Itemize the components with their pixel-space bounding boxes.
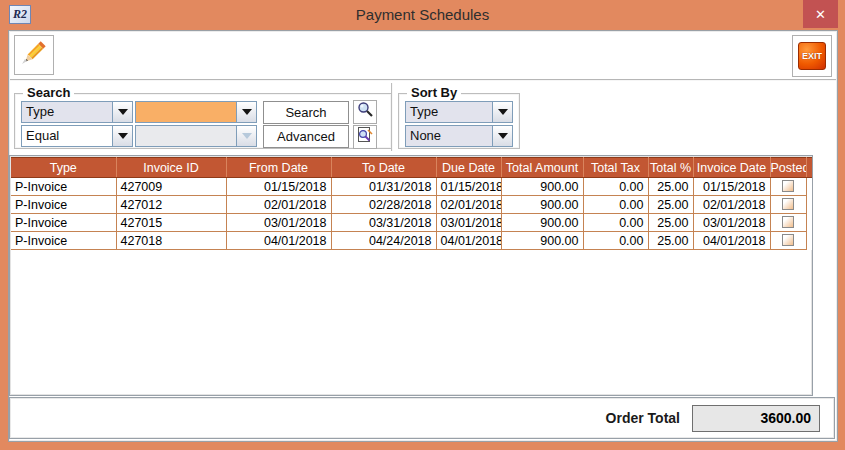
cell-posted [770,214,806,232]
cell-to-date: 04/24/2018 [331,232,436,250]
window-title: Payment Schedules [0,6,845,23]
chevron-down-icon[interactable] [112,102,132,122]
cell-total-percent: 25.00 [648,196,693,214]
cell-total-amount: 900.00 [501,214,583,232]
cell-due-date: 02/01/2018 [436,196,501,214]
posted-checkbox[interactable] [782,198,794,210]
cell-invoice-id: 427012 [116,196,226,214]
cell-total-percent: 25.00 [648,214,693,232]
col-header-to-date[interactable]: To Date [331,158,436,178]
search-value2-combo [135,125,257,147]
advanced-search-icon-button[interactable] [353,125,377,149]
sort-by-groupbox: Sort By Type None [398,93,520,149]
search-value-input[interactable] [136,102,236,122]
col-header-invoice-id[interactable]: Invoice ID [116,158,226,178]
content-area: EXIT Search Type Search [8,30,838,442]
posted-checkbox[interactable] [782,216,794,228]
search-icon-button[interactable] [353,100,377,124]
cell-type: P-Invoice [11,196,116,214]
cell-invoice-date: 03/01/2018 [693,214,770,232]
cell-invoice-id: 427009 [116,178,226,196]
cell-due-date: 01/15/2018 [436,178,501,196]
cell-from-date: 01/15/2018 [226,178,331,196]
search-operator-combo[interactable]: Equal [21,125,133,147]
chevron-down-icon[interactable] [112,126,132,146]
sort-secondary-value: None [406,126,492,146]
title-bar: R2 Payment Schedules ✕ [0,0,845,30]
posted-checkbox[interactable] [782,234,794,246]
cell-total-amount: 900.00 [501,232,583,250]
cell-total-amount: 900.00 [501,178,583,196]
search-field-value: Type [22,102,112,122]
sort-primary-combo[interactable]: Type [405,101,513,123]
filter-row: Search Type Search [10,81,836,153]
cell-total-amount: 900.00 [501,196,583,214]
filter-separator [391,83,393,151]
cell-total-tax: 0.00 [583,178,648,196]
cell-total-tax: 0.00 [583,232,648,250]
cell-type: P-Invoice [11,232,116,250]
schedule-table-panel: Type Invoice ID From Date To Date Due Da… [9,155,813,396]
cell-due-date: 03/01/2018 [436,214,501,232]
exit-icon: EXIT [798,42,826,70]
cell-invoice-id: 427018 [116,232,226,250]
table-row[interactable]: P-Invoice 427012 02/01/2018 02/28/2018 0… [11,196,812,214]
col-header-invoice-date[interactable]: Invoice Date [693,158,770,178]
col-header-type[interactable]: Type [11,158,116,178]
search-groupbox: Search Type Search [14,93,392,149]
order-total-label: Order Total [606,410,680,426]
search-field-combo[interactable]: Type [21,101,133,123]
table-row[interactable]: P-Invoice 427015 03/01/2018 03/31/2018 0… [11,214,812,232]
col-header-filler [806,158,812,178]
col-header-from-date[interactable]: From Date [226,158,331,178]
cell-total-tax: 0.00 [583,214,648,232]
pencil-icon [18,37,50,73]
cell-from-date: 03/01/2018 [226,214,331,232]
edit-button[interactable] [14,35,54,75]
cell-posted [770,196,806,214]
cell-total-percent: 25.00 [648,232,693,250]
cell-from-date: 02/01/2018 [226,196,331,214]
cell-invoice-date: 02/01/2018 [693,196,770,214]
payment-schedules-window: R2 Payment Schedules ✕ [0,0,845,450]
cell-to-date: 03/31/2018 [331,214,436,232]
search-icon [356,101,374,123]
advanced-search-icon [356,126,374,148]
cell-invoice-date: 01/15/2018 [693,178,770,196]
sort-by-group-label: Sort By [407,85,461,100]
close-button[interactable]: ✕ [803,0,838,28]
table-row[interactable]: P-Invoice 427009 01/15/2018 01/31/2018 0… [11,178,812,196]
search-value2-input [136,126,236,146]
cell-invoice-id: 427015 [116,214,226,232]
search-group-label: Search [23,85,74,100]
exit-button[interactable]: EXIT [792,35,832,77]
cell-from-date: 04/01/2018 [226,232,331,250]
advanced-button[interactable]: Advanced [263,125,349,148]
search-value-combo[interactable] [135,101,257,123]
cell-posted [770,232,806,250]
sort-secondary-combo[interactable]: None [405,125,513,147]
posted-checkbox[interactable] [782,180,794,192]
chevron-down-icon[interactable] [492,102,512,122]
cell-due-date: 04/01/2018 [436,232,501,250]
cell-total-percent: 25.00 [648,178,693,196]
col-header-posted[interactable]: Posted [770,158,806,178]
chevron-down-icon [236,126,256,146]
table-row[interactable]: P-Invoice 427018 04/01/2018 04/24/2018 0… [11,232,812,250]
cell-total-tax: 0.00 [583,196,648,214]
sort-primary-value: Type [406,102,492,122]
col-header-total-amount[interactable]: Total Amount [501,158,583,178]
col-header-due-date[interactable]: Due Date [436,158,501,178]
cell-invoice-date: 04/01/2018 [693,232,770,250]
search-button[interactable]: Search [263,101,349,124]
chevron-down-icon[interactable] [492,126,512,146]
cell-posted [770,178,806,196]
schedule-table: Type Invoice ID From Date To Date Due Da… [11,157,812,250]
chevron-down-icon[interactable] [236,102,256,122]
cell-to-date: 02/28/2018 [331,196,436,214]
col-header-total-percent[interactable]: Total % [648,158,693,178]
close-icon: ✕ [815,7,826,22]
table-header-row: Type Invoice ID From Date To Date Due Da… [11,158,812,178]
col-header-total-tax[interactable]: Total Tax [583,158,648,178]
footer-panel: Order Total 3600.00 [9,397,835,439]
